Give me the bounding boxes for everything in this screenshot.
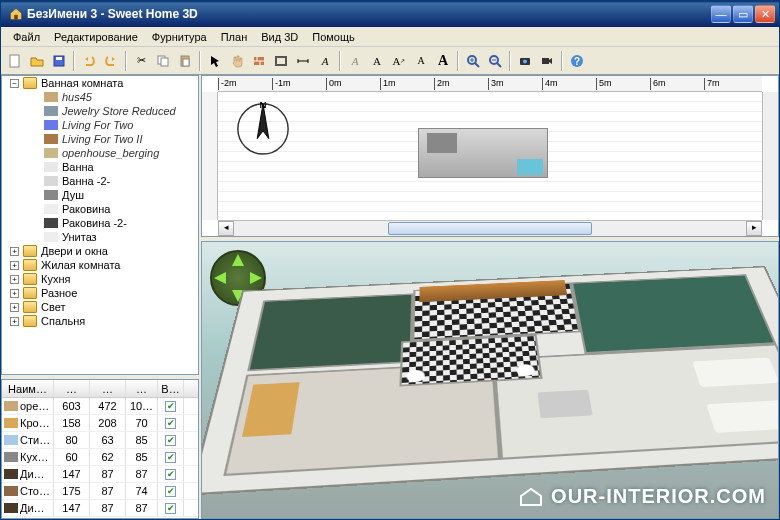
cut-button[interactable]: ✂ <box>131 51 151 71</box>
table-row[interactable]: Ди…1478787✔ <box>2 466 198 483</box>
collapse-icon[interactable]: − <box>10 79 19 88</box>
save-button[interactable] <box>49 51 69 71</box>
folder-icon <box>23 315 37 327</box>
tree-item[interactable]: Раковина -2- <box>2 216 198 230</box>
tree-item[interactable]: Ванна <box>2 160 198 174</box>
text-style-2[interactable]: A <box>367 51 387 71</box>
copy-button[interactable] <box>153 51 173 71</box>
nav-right[interactable] <box>250 272 262 284</box>
visible-checkbox[interactable]: ✔ <box>165 503 176 514</box>
visible-checkbox[interactable]: ✔ <box>165 435 176 446</box>
tree-category-open[interactable]: −Ванная комната <box>2 76 198 90</box>
col-depth[interactable]: … <box>90 380 126 397</box>
zoom-out-button[interactable] <box>485 51 505 71</box>
text-style-3[interactable]: A↗ <box>389 51 409 71</box>
room-tool[interactable] <box>271 51 291 71</box>
col-visible[interactable]: В… <box>158 380 184 397</box>
col-width[interactable]: … <box>54 380 90 397</box>
expand-icon[interactable]: + <box>10 289 19 298</box>
text-style-4[interactable]: A <box>411 51 431 71</box>
folder-icon <box>23 273 37 285</box>
table-row[interactable]: Кух…606285✔ <box>2 449 198 466</box>
plan-view-2d[interactable]: -2m-1m0m1m2m3m4m5m6m7m N ◂ <box>201 75 779 237</box>
visible-checkbox[interactable]: ✔ <box>165 401 176 412</box>
tree-category[interactable]: +Двери и окна <box>2 244 198 258</box>
new-file-button[interactable] <box>5 51 25 71</box>
tree-category[interactable]: +Свет <box>2 300 198 314</box>
title-bar[interactable]: БезИмени 3 - Sweet Home 3D — ▭ ✕ <box>1 1 779 27</box>
right-panel: -2m-1m0m1m2m3m4m5m6m7m N ◂ <box>201 75 779 519</box>
tree-item[interactable]: openhouse_berging <box>2 146 198 160</box>
table-row[interactable]: Ди…1478787✔ <box>2 500 198 517</box>
close-button[interactable]: ✕ <box>755 5 775 23</box>
dimension-tool[interactable] <box>293 51 313 71</box>
camera-button[interactable] <box>515 51 535 71</box>
menu-view3d[interactable]: Вид 3D <box>255 29 304 45</box>
scrollbar-horizontal[interactable]: ◂ ▸ <box>218 220 762 236</box>
visible-checkbox[interactable]: ✔ <box>165 418 176 429</box>
expand-icon[interactable]: + <box>10 275 19 284</box>
expand-icon[interactable]: + <box>10 247 19 256</box>
tree-item[interactable]: Jewelry Store Reduced <box>2 104 198 118</box>
pointer-tool[interactable] <box>205 51 225 71</box>
folder-icon <box>23 287 37 299</box>
expand-icon[interactable]: + <box>10 303 19 312</box>
text-style-1[interactable]: A <box>345 51 365 71</box>
tree-item[interactable]: Ванна -2- <box>2 174 198 188</box>
visible-checkbox[interactable]: ✔ <box>165 469 176 480</box>
tree-item[interactable]: hus45 <box>2 90 198 104</box>
table-row[interactable]: Кро…15820870✔ <box>2 415 198 432</box>
pan-tool[interactable] <box>227 51 247 71</box>
menu-furniture[interactable]: Фурнитура <box>146 29 213 45</box>
scroll-left-button[interactable]: ◂ <box>218 221 234 236</box>
table-row[interactable]: Сто…1758774✔ <box>2 483 198 500</box>
menu-help[interactable]: Помощь <box>306 29 361 45</box>
menu-file[interactable]: Файл <box>7 29 46 45</box>
expand-icon[interactable]: + <box>10 261 19 270</box>
maximize-button[interactable]: ▭ <box>733 5 753 23</box>
item-icon <box>44 92 58 102</box>
compass-icon: N <box>234 98 292 156</box>
3d-floor <box>201 266 779 496</box>
help-button[interactable]: ? <box>567 51 587 71</box>
scroll-thumb[interactable] <box>388 222 593 235</box>
furniture-table[interactable]: Наим… … … … В… оре…60347210…✔Кро…1582087… <box>1 379 199 519</box>
menu-edit[interactable]: Редактирование <box>48 29 144 45</box>
minimize-button[interactable]: — <box>711 5 731 23</box>
visible-checkbox[interactable]: ✔ <box>165 452 176 463</box>
tree-item[interactable]: Living For Two <box>2 118 198 132</box>
wall-tool[interactable] <box>249 51 269 71</box>
view-3d[interactable]: OUR-INTERIOR.COM <box>201 241 779 519</box>
record-button[interactable] <box>537 51 557 71</box>
furniture-tree[interactable]: −Ванная комната hus45 Jewelry Store Redu… <box>1 75 199 375</box>
redo-button[interactable] <box>101 51 121 71</box>
scroll-track[interactable] <box>234 221 746 236</box>
cell-d: 62 <box>90 449 126 465</box>
table-row[interactable]: Сти…806385✔ <box>2 432 198 449</box>
tree-category[interactable]: +Жилая комната <box>2 258 198 272</box>
nav-up[interactable] <box>232 254 244 266</box>
col-height[interactable]: … <box>126 380 158 397</box>
tree-item[interactable]: Унитаз <box>2 230 198 244</box>
zoom-in-button[interactable] <box>463 51 483 71</box>
tree-item[interactable]: Душ <box>2 188 198 202</box>
tree-item[interactable]: Living For Two II <box>2 132 198 146</box>
tree-category[interactable]: +Разное <box>2 286 198 300</box>
menu-plan[interactable]: План <box>215 29 254 45</box>
tree-item[interactable]: Раковина <box>2 202 198 216</box>
tree-category[interactable]: +Спальня <box>2 314 198 328</box>
table-row[interactable]: оре…60347210…✔ <box>2 398 198 415</box>
expand-icon[interactable]: + <box>10 317 19 326</box>
undo-button[interactable] <box>79 51 99 71</box>
col-name[interactable]: Наим… <box>2 380 54 397</box>
tree-category[interactable]: +Кухня <box>2 272 198 286</box>
text-style-5[interactable]: A <box>433 51 453 71</box>
visible-checkbox[interactable]: ✔ <box>165 486 176 497</box>
plan-canvas[interactable]: N <box>218 92 762 220</box>
paste-button[interactable] <box>175 51 195 71</box>
open-file-button[interactable] <box>27 51 47 71</box>
nav-left[interactable] <box>214 272 226 284</box>
text-tool[interactable]: A <box>315 51 335 71</box>
scrollbar-vertical[interactable] <box>762 92 778 220</box>
scroll-right-button[interactable]: ▸ <box>746 221 762 236</box>
